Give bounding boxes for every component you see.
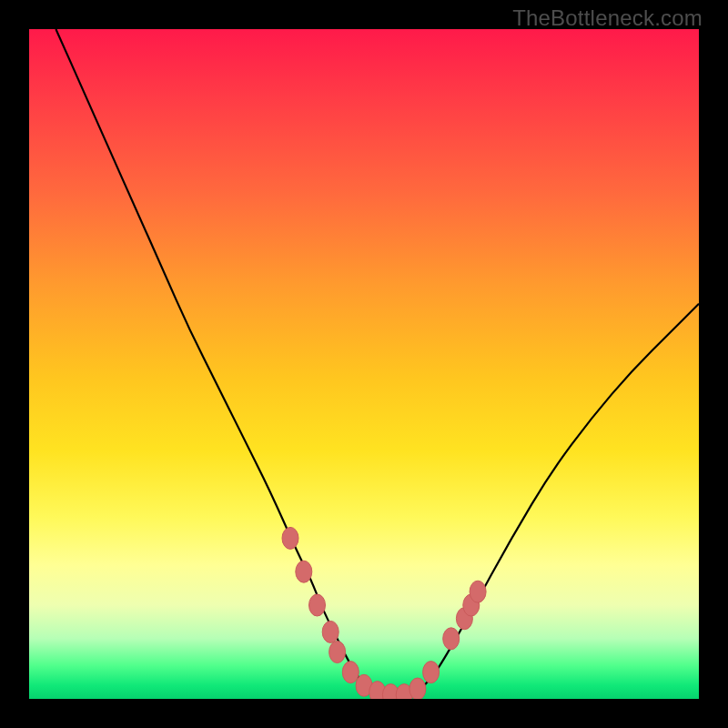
- curve-marker: [329, 642, 346, 663]
- curve-marker: [282, 527, 298, 549]
- curve-layer: [29, 29, 699, 699]
- curve-markers: [282, 527, 486, 699]
- curve-marker: [423, 662, 440, 683]
- curve-marker: [322, 621, 339, 642]
- curve-marker: [309, 594, 326, 616]
- curve-marker: [443, 628, 460, 650]
- curve-marker: [342, 662, 359, 683]
- plot-area: [29, 29, 699, 699]
- curve-marker: [296, 561, 312, 582]
- curve-marker: [410, 678, 426, 699]
- chart-frame: TheBottleneck.com: [0, 0, 728, 728]
- bottleneck-curve: [56, 29, 699, 695]
- curve-marker: [470, 581, 486, 602]
- watermark-text: TheBottleneck.com: [512, 5, 703, 31]
